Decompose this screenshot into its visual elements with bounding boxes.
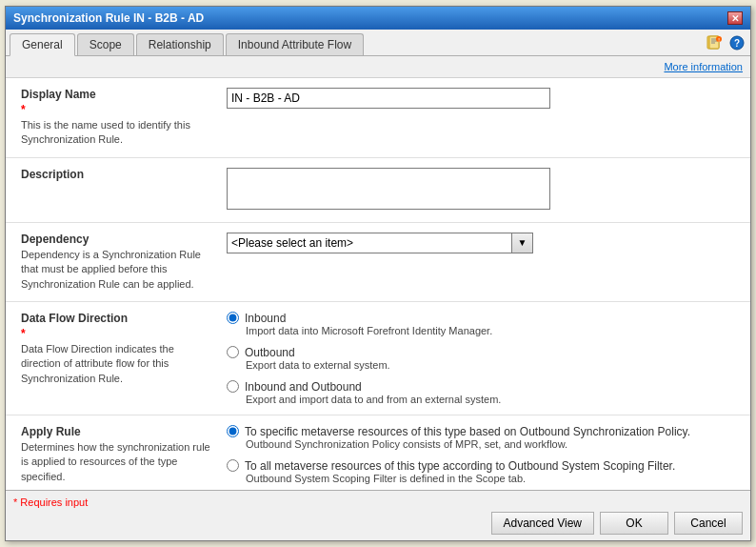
display-name-field-col [227, 88, 735, 148]
svg-text:?: ? [734, 38, 740, 49]
apply-rule-section: Apply Rule Determines how the synchroniz… [6, 415, 750, 490]
select-arrow-icon[interactable]: ▼ [512, 233, 533, 253]
data-flow-field-col: Inbound Import data into Microsoft Foref… [227, 312, 735, 405]
radio-inbound-outbound-label: Inbound and Outbound [245, 380, 362, 394]
ok-button[interactable]: OK [600, 512, 668, 535]
radio-inbound-outbound-desc: Export and import data to and from an ex… [246, 394, 735, 405]
description-field-col [227, 168, 735, 213]
radio-inbound-outbound-input[interactable] [227, 380, 239, 393]
dependency-select-wrapper: <Please select an item> ▼ [227, 233, 735, 253]
radio-inbound-outbound: Inbound and Outbound Export and import d… [227, 380, 735, 405]
tab-general[interactable]: General [10, 33, 75, 56]
close-button[interactable]: ✕ [727, 11, 743, 25]
data-flow-label-col: Data Flow Direction * Data Flow Directio… [21, 312, 211, 405]
dependency-label: Dependency [21, 233, 211, 246]
radio-specific-label: To specific metaverse resources of this … [245, 425, 690, 438]
radio-all-desc: Outbound System Scoping Filter is define… [246, 473, 735, 484]
advanced-view-button[interactable]: Advanced View [491, 512, 595, 535]
description-label: Description [21, 168, 211, 181]
title-bar: Synchronization Rule IN - B2B - AD ✕ [6, 7, 750, 30]
apply-rule-field-col: To specific metaverse resources of this … [227, 425, 735, 484]
apply-rule-label-col: Apply Rule Determines how the synchroniz… [21, 425, 211, 484]
help-book-icon[interactable]: ! [705, 33, 724, 52]
tab-inbound-attribute-flow[interactable]: Inbound Attribute Flow [226, 33, 364, 55]
description-input[interactable] [227, 168, 550, 210]
radio-specific-desc: Outbound Synchronization Policy consists… [246, 438, 735, 450]
radio-outbound-desc: Export data to external system. [246, 359, 735, 371]
tab-bar-icons: ! ? [705, 33, 746, 55]
data-flow-section: Data Flow Direction * Data Flow Directio… [6, 302, 750, 415]
data-flow-desc: Data Flow Direction indicates the direct… [21, 342, 211, 386]
radio-all: To all metaverse resources of this type … [227, 459, 735, 484]
footer: * Requires input Advanced View OK Cancel [6, 490, 750, 540]
radio-outbound-input[interactable] [227, 346, 239, 358]
display-name-desc: This is the name used to identify this S… [21, 118, 211, 148]
data-flow-required: * [21, 327, 211, 340]
more-info-link[interactable]: More information [664, 61, 743, 72]
data-flow-label: Data Flow Direction [21, 312, 211, 325]
radio-outbound-label: Outbound [245, 346, 295, 359]
requires-input-label: * Requires input [13, 496, 743, 508]
window-title: Synchronization Rule IN - B2B - AD [13, 11, 204, 25]
form-content: Display Name * This is the name used to … [6, 78, 750, 490]
radio-specific-input[interactable] [227, 425, 239, 437]
description-label-col: Description [21, 168, 211, 213]
display-name-section: Display Name * This is the name used to … [6, 78, 750, 158]
dependency-label-col: Dependency Dependency is a Synchronizati… [21, 233, 211, 292]
cancel-button[interactable]: Cancel [674, 512, 743, 535]
display-name-input[interactable] [227, 88, 550, 109]
more-info-bar: More information [6, 56, 750, 78]
footer-buttons: Advanced View OK Cancel [13, 512, 743, 535]
tab-relationship[interactable]: Relationship [136, 33, 224, 55]
apply-rule-radio-group: To specific metaverse resources of this … [227, 425, 735, 484]
display-name-label-col: Display Name * This is the name used to … [21, 88, 211, 148]
dependency-desc: Dependency is a Synchronization Rule tha… [21, 248, 211, 292]
data-flow-radio-group: Inbound Import data into Microsoft Foref… [227, 312, 735, 405]
display-name-required: * [21, 103, 211, 116]
display-name-label: Display Name [21, 88, 211, 101]
dependency-select[interactable]: <Please select an item> [227, 233, 512, 253]
radio-all-input[interactable] [227, 459, 239, 472]
dependency-field-col: <Please select an item> ▼ [227, 233, 735, 292]
radio-specific: To specific metaverse resources of this … [227, 425, 735, 450]
radio-inbound-input[interactable] [227, 312, 239, 324]
radio-inbound-desc: Import data into Microsoft Forefront Ide… [246, 325, 735, 336]
dependency-section: Dependency Dependency is a Synchronizati… [6, 223, 750, 302]
radio-outbound: Outbound Export data to external system. [227, 346, 735, 371]
radio-all-label: To all metaverse resources of this type … [245, 459, 675, 473]
description-section: Description [6, 158, 750, 223]
main-window: Synchronization Rule IN - B2B - AD ✕ Gen… [5, 6, 751, 541]
question-icon[interactable]: ? [727, 33, 746, 52]
tab-bar: General Scope Relationship Inbound Attri… [6, 30, 750, 56]
tab-scope[interactable]: Scope [77, 33, 134, 55]
apply-rule-label: Apply Rule [21, 425, 211, 438]
radio-inbound: Inbound Import data into Microsoft Foref… [227, 312, 735, 336]
radio-inbound-label: Inbound [245, 312, 286, 325]
apply-rule-desc: Determines how the synchronization rule … [21, 440, 211, 484]
